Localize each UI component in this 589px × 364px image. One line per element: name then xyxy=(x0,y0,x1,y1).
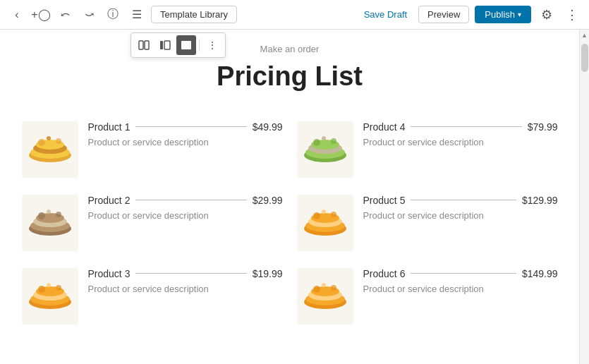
make-order-label: Make an order xyxy=(22,44,558,54)
svg-rect-1 xyxy=(145,41,149,49)
add-button[interactable]: +◯ xyxy=(31,5,51,25)
page-content: Make an order Pricing List Product 1 $49… xyxy=(1,30,579,354)
product-dots xyxy=(411,200,516,200)
product-item: Product 6 $149.99 Product or service des… xyxy=(297,260,558,333)
svg-rect-2 xyxy=(160,41,163,49)
products-grid: Product 1 $49.99 Product or service desc… xyxy=(22,113,558,333)
scroll-track[interactable] xyxy=(580,41,590,364)
svg-point-10 xyxy=(38,139,45,146)
product-description: Product or service description xyxy=(363,210,558,221)
product-description: Product or service description xyxy=(88,284,283,294)
product-image xyxy=(22,121,78,178)
save-draft-button[interactable]: Save Draft xyxy=(358,6,413,23)
more-options-button[interactable]: ⋮ xyxy=(562,5,582,25)
redo-button[interactable]: ⤻ xyxy=(79,5,99,25)
product-image xyxy=(297,268,353,324)
svg-point-28 xyxy=(47,283,51,287)
toolbar-divider xyxy=(199,39,200,51)
product-info: Product 1 $49.99 Product or service desc… xyxy=(88,121,283,147)
pricing-title: Pricing List xyxy=(22,61,558,92)
product-column-right: Product 4 $79.99 Product or service desc… xyxy=(297,113,558,333)
svg-point-52 xyxy=(322,283,326,287)
product-image xyxy=(22,195,78,251)
product-info: Product 4 $79.99 Product or service desc… xyxy=(363,121,558,147)
product-price: $29.99 xyxy=(253,195,283,206)
layout-columns-button[interactable] xyxy=(134,35,154,55)
product-price: $19.99 xyxy=(253,268,283,279)
template-library-button[interactable]: Template Library xyxy=(151,6,237,23)
product-description: Product or service description xyxy=(363,137,558,147)
svg-point-18 xyxy=(38,212,45,219)
product-image xyxy=(297,121,353,178)
settings-button[interactable]: ⚙ xyxy=(537,5,557,25)
product-price: $149.99 xyxy=(522,268,558,279)
product-name-row: Product 4 $79.99 xyxy=(363,121,558,133)
publish-button[interactable]: Publish ▾ xyxy=(475,6,531,23)
undo-button[interactable]: ⤺ xyxy=(55,5,75,25)
back-button[interactable]: ‹ xyxy=(7,5,27,25)
product-dots xyxy=(411,273,516,274)
product-description: Product or service description xyxy=(88,210,283,221)
svg-point-19 xyxy=(56,212,61,217)
product-price: $79.99 xyxy=(528,121,558,133)
svg-point-35 xyxy=(331,138,336,144)
info-button[interactable]: ⓘ xyxy=(103,5,123,25)
product-name: Product 2 xyxy=(88,195,130,206)
product-image xyxy=(297,195,353,251)
toolbar-more-button[interactable]: ⋮ xyxy=(202,35,222,55)
product-info: Product 5 $129.99 Product or service des… xyxy=(363,195,558,221)
product-name-row: Product 3 $19.99 xyxy=(88,268,283,279)
product-dots xyxy=(411,126,521,127)
product-name: Product 1 xyxy=(88,121,130,133)
svg-point-34 xyxy=(313,139,320,146)
product-dots xyxy=(135,273,246,274)
svg-rect-3 xyxy=(164,41,170,49)
floating-toolbar: ⋮ xyxy=(130,32,226,58)
product-info: Product 2 $29.99 Product or service desc… xyxy=(88,195,283,221)
svg-rect-0 xyxy=(139,41,143,49)
svg-point-44 xyxy=(322,210,326,214)
top-bar-right: Save Draft Preview Publish ▾ ⚙ ⋮ xyxy=(358,5,582,25)
scrollbar[interactable]: ▲ xyxy=(579,30,589,364)
product-description: Product or service description xyxy=(363,284,558,294)
product-name: Product 3 xyxy=(88,268,130,279)
product-name: Product 5 xyxy=(363,195,406,206)
svg-point-50 xyxy=(313,286,320,293)
product-name-row: Product 1 $49.99 xyxy=(88,121,283,133)
canvas: Make an order Pricing List Product 1 $49… xyxy=(0,30,579,364)
product-info: Product 6 $149.99 Product or service des… xyxy=(363,268,558,294)
product-info: Product 3 $19.99 Product or service desc… xyxy=(88,268,283,294)
publish-label: Publish xyxy=(485,9,515,20)
svg-point-26 xyxy=(38,286,45,293)
svg-point-42 xyxy=(313,212,320,219)
product-column-left: Product 1 $49.99 Product or service desc… xyxy=(22,113,283,333)
svg-point-27 xyxy=(56,285,61,291)
svg-point-11 xyxy=(56,138,61,144)
preview-button[interactable]: Preview xyxy=(418,6,469,23)
product-name: Product 6 xyxy=(363,268,406,279)
menu-button[interactable]: ☰ xyxy=(127,5,147,25)
layout-sidebar-button[interactable] xyxy=(155,35,175,55)
svg-point-20 xyxy=(47,210,51,214)
product-dots xyxy=(135,200,246,200)
svg-point-36 xyxy=(322,136,326,140)
layout-full-button[interactable] xyxy=(176,35,196,55)
product-dots xyxy=(135,126,246,127)
scroll-thumb[interactable] xyxy=(581,44,588,72)
product-name-row: Product 6 $149.99 xyxy=(363,268,558,279)
product-name-row: Product 5 $129.99 xyxy=(363,195,558,206)
product-description: Product or service description xyxy=(88,137,283,147)
product-item: Product 3 $19.99 Product or service desc… xyxy=(22,260,283,333)
product-image xyxy=(22,268,78,324)
scroll-up-arrow[interactable]: ▲ xyxy=(580,30,590,41)
svg-rect-4 xyxy=(181,41,191,49)
product-name-row: Product 2 $29.99 xyxy=(88,195,283,206)
product-item: Product 5 $129.99 Product or service des… xyxy=(297,186,558,260)
publish-arrow-icon: ▾ xyxy=(518,11,521,18)
top-bar-left: ‹ +◯ ⤺ ⤻ ⓘ ☰ Template Library xyxy=(7,5,237,25)
product-price: $49.99 xyxy=(253,121,283,133)
svg-point-43 xyxy=(331,212,336,217)
product-name: Product 4 xyxy=(363,121,406,133)
product-price: $129.99 xyxy=(522,195,558,206)
product-item: Product 4 $79.99 Product or service desc… xyxy=(297,113,558,186)
